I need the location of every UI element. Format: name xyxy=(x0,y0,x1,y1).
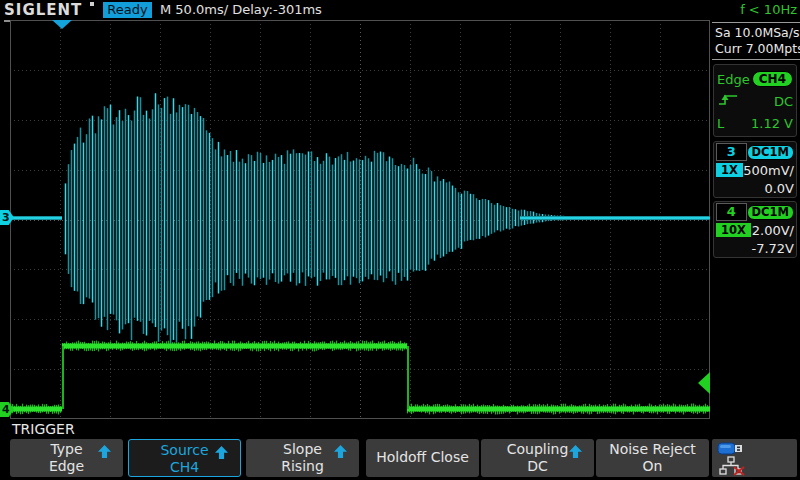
sample-rate: Sa 10.0MSa/s xyxy=(715,25,800,41)
ch4-probe-badge: 10X xyxy=(716,223,751,237)
oscilloscope-screen: SIGLENT Ready M 50.0ms/ Delay:-301ms 3 4… xyxy=(0,0,800,480)
ch3-offset: 0.0V xyxy=(764,181,794,196)
menu-title: TRIGGER xyxy=(12,421,75,437)
ch3-number-tab: 3 xyxy=(716,143,747,161)
frequency-counter: f < 10Hz xyxy=(740,2,797,17)
ch4-scale: 2.00V/ xyxy=(752,223,794,238)
ch3-probe-badge: 1X xyxy=(716,163,743,177)
menu-button-holdoff[interactable]: Holdoff Close xyxy=(366,439,479,477)
trigger-type: Edge xyxy=(717,72,750,87)
memory-depth: Curr 7.00Mpts xyxy=(715,41,800,57)
rising-edge-icon xyxy=(717,91,739,111)
menu-button-slope[interactable]: Slope Rising xyxy=(246,439,359,477)
ch4-offset: -7.72V xyxy=(751,241,794,256)
trigger-coupling: DC xyxy=(774,94,793,109)
menu-button-source[interactable]: Source CH4 xyxy=(128,439,241,477)
ch3-coupling-badge: DC1M xyxy=(747,145,794,160)
trigger-level-marker[interactable] xyxy=(698,372,710,394)
acquisition-panel: Sa 10.0MSa/s Curr 7.00Mpts xyxy=(712,22,800,60)
lan-disconnected-icon xyxy=(718,456,746,476)
trigger-info-panel[interactable]: Edge CH4 DC L 1.12 V xyxy=(713,64,797,137)
ch3-scale: 500mV/ xyxy=(743,163,794,178)
usb-icon xyxy=(717,441,747,457)
ch4-coupling-badge: DC1M xyxy=(747,205,794,220)
ch4-number-tab: 4 xyxy=(716,203,747,221)
menu-button-type[interactable]: Type Edge xyxy=(10,439,123,477)
channel-3-panel[interactable]: 3 DC1M 1X 500mV/ 0.0V xyxy=(713,141,797,198)
trigger-level-label: L xyxy=(717,116,724,131)
waveform-canvas xyxy=(10,20,710,419)
channel-4-panel[interactable]: 4 DC1M 10X 2.00V/ -7.72V xyxy=(713,201,797,258)
waveform-display: 3 4 xyxy=(0,0,712,420)
trigger-level-value: 1.12 V xyxy=(751,116,793,131)
menu-button-noise-reject[interactable]: Noise Reject On xyxy=(596,439,709,477)
connectivity-panel xyxy=(712,439,797,477)
sidebar: f < 10Hz Sa 10.0MSa/s Curr 7.00Mpts Edge… xyxy=(712,0,800,440)
menu-button-coupling[interactable]: Coupling DC xyxy=(481,439,594,477)
trigger-source-badge: CH4 xyxy=(752,71,793,87)
